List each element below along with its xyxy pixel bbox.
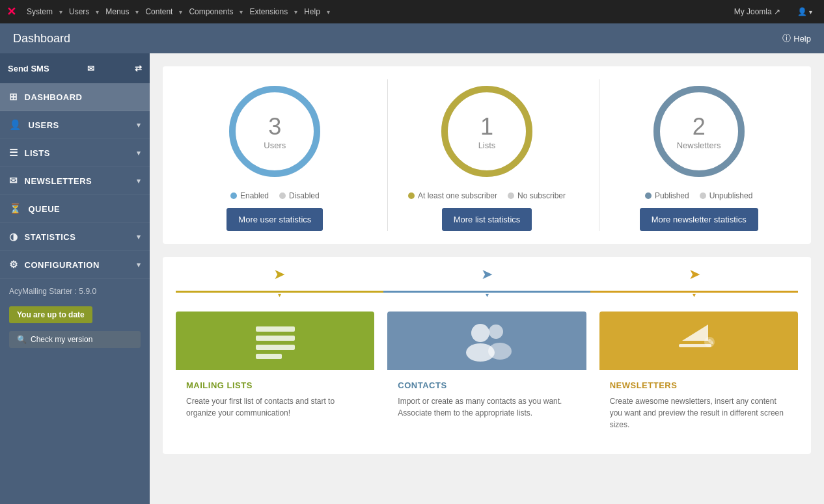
newsletters-stat-card: 2 Newsletters Published Unpublished More… — [599, 79, 798, 231]
users-circle-label: Users — [264, 140, 286, 150]
newsletters-feature-card: ✎ NEWSLETTERS Create awesome newsletters… — [599, 312, 798, 441]
statistics-icon: ◑ — [9, 231, 18, 243]
more-user-statistics-button[interactable]: More user statistics — [227, 208, 323, 231]
newsletters-unpublished-legend: Unpublished — [700, 191, 753, 200]
published-label: Published — [655, 191, 689, 200]
tab-chevron-1: ▾ — [278, 291, 281, 298]
nav-menus-chevron: ▾ — [135, 8, 139, 16]
help-button[interactable]: ⓘ Help — [782, 33, 811, 44]
sidebar-item-label-statistics: STATISTICS — [25, 232, 76, 242]
lists-icon: ☰ — [9, 147, 18, 159]
check-version-button[interactable]: 🔍 Check my version — [9, 331, 141, 348]
lists-no-sub-legend: No subscriber — [508, 191, 566, 200]
tab-newsletters[interactable]: ➤ ▾ — [590, 257, 798, 298]
main-content: 3 Users Enabled Disabled More user stati… — [150, 53, 824, 504]
nav-content-chevron: ▾ — [179, 8, 182, 16]
newsletters-circle: 2 Newsletters — [647, 79, 751, 183]
sidebar-item-users[interactable]: 👤 USERS ▾ — [0, 111, 150, 139]
contacts-card-text: Import or create as many contacts as you… — [398, 395, 575, 419]
mailing-lists-card-body: MAILING LISTS Create your first list of … — [176, 370, 374, 429]
page-title: Dashboard — [13, 32, 70, 46]
mailing-lists-card-image — [176, 312, 374, 370]
tab-arrow-icon-1: ➤ — [273, 266, 285, 283]
tab-chevron-2: ▾ — [486, 291, 489, 298]
nav-components-chevron: ▾ — [240, 8, 243, 16]
newsletters-card-image: ✎ — [599, 312, 798, 370]
sidebar-item-configuration[interactable]: ⚙ CONFIGURATION ▾ — [0, 251, 150, 279]
user-menu[interactable]: 👤 ▾ — [792, 0, 817, 23]
sidebar-item-queue[interactable]: ⏳ QUEUE — [0, 195, 150, 223]
features-section: ➤ ▾ ➤ ▾ ➤ ▾ — [163, 257, 811, 454]
sidebar-item-statistics[interactable]: ◑ STATISTICS ▾ — [0, 223, 150, 251]
svg-marker-15 — [682, 325, 708, 341]
newsletters-card-body: NEWSLETTERS Create awesome newsletters, … — [599, 370, 798, 441]
tab-contacts[interactable]: ➤ ▾ — [383, 257, 591, 298]
svg-point-12 — [489, 325, 503, 339]
newsletters-count: 2 Newsletters — [677, 113, 721, 150]
newsletters-chevron-icon: ▾ — [137, 177, 141, 185]
check-version-label: Check my version — [31, 335, 92, 344]
newsletters-card-title: NEWSLETTERS — [610, 380, 788, 390]
newsletters-icon: ✉ — [9, 175, 18, 187]
mailing-lists-card: MAILING LISTS Create your first list of … — [176, 312, 374, 441]
with-sub-dot — [408, 192, 415, 199]
more-list-statistics-button[interactable]: More list statistics — [442, 208, 532, 231]
sidebar-item-dashboard[interactable]: ⊞ DASHBOARD — [0, 83, 150, 111]
nav-system-chevron: ▾ — [59, 8, 62, 16]
send-sms-icon: ✉ — [87, 64, 94, 73]
svg-point-10 — [471, 324, 489, 342]
more-newsletter-statistics-button[interactable]: More newsletter statistics — [640, 208, 758, 231]
nav-components[interactable]: Components — [184, 0, 238, 23]
contacts-card-title: CONTACTS — [398, 380, 575, 390]
newsletters-legend: Published Unpublished — [645, 191, 752, 200]
sidebar-item-label-configuration: CONFIGURATION — [25, 260, 100, 270]
tab-arrow-icon-2: ➤ — [481, 266, 493, 283]
version-label: AcyMailing Starter : 5.9.0 — [0, 279, 150, 304]
svg-text:✎: ✎ — [707, 338, 714, 347]
lists-legend: At least one subscriber No subscriber — [408, 191, 566, 200]
statistics-chevron-icon: ▾ — [137, 233, 141, 241]
configuration-icon: ⚙ — [9, 259, 18, 271]
tab-mailing-lists[interactable]: ➤ ▾ — [176, 257, 383, 298]
nav-system[interactable]: System — [21, 0, 58, 23]
lists-with-sub-legend: At least one subscriber — [408, 191, 497, 200]
user-icon: 👤 — [797, 7, 807, 16]
svg-rect-7 — [256, 336, 295, 341]
queue-icon: ⏳ — [9, 203, 22, 215]
disabled-dot — [279, 192, 286, 199]
newsletters-card-icon: ✎ — [676, 321, 721, 360]
up-to-date-badge: You are up to date — [9, 306, 92, 323]
users-circle: 3 Users — [223, 79, 327, 183]
main-layout: Send SMS ✉ ⇄ ⊞ DASHBOARD 👤 USERS ▾ ☰ LIS… — [0, 53, 824, 504]
check-version-icon: 🔍 — [17, 335, 27, 344]
user-chevron: ▾ — [809, 8, 812, 16]
nav-help[interactable]: Help — [299, 0, 325, 23]
nav-users-chevron: ▾ — [96, 8, 99, 16]
nav-menus[interactable]: Menus — [100, 0, 134, 23]
sidebar-item-lists[interactable]: ☰ LISTS ▾ — [0, 139, 150, 167]
dashboard-icon: ⊞ — [9, 91, 18, 103]
send-sms-button[interactable]: Send SMS ✉ ⇄ — [0, 53, 150, 83]
users-enabled-legend: Enabled — [230, 191, 269, 200]
disabled-label: Disabled — [289, 191, 320, 200]
enabled-label: Enabled — [240, 191, 269, 200]
contacts-card-icon — [461, 320, 513, 362]
nav-users[interactable]: Users — [64, 0, 94, 23]
nav-content[interactable]: Content — [140, 0, 178, 23]
sidebar-item-label-lists: LISTS — [25, 148, 50, 158]
newsletters-card-text: Create awesome newsletters, insert any c… — [610, 395, 788, 431]
sidebar-item-newsletters[interactable]: ✉ NEWSLETTERS ▾ — [0, 167, 150, 195]
nav-extensions[interactable]: Extensions — [244, 0, 293, 23]
users-icon: 👤 — [9, 119, 22, 131]
feature-cards-row: MAILING LISTS Create your first list of … — [176, 312, 798, 441]
help-label: Help — [793, 34, 811, 44]
lists-chevron-icon: ▾ — [137, 149, 141, 157]
sidebar-item-label-newsletters: NEWSLETTERS — [25, 176, 92, 186]
joomla-logo: ✕ — [7, 5, 16, 19]
published-dot — [645, 192, 652, 199]
unpublished-label: Unpublished — [709, 191, 753, 200]
my-joomla-link[interactable]: My Joomla ↗ — [729, 0, 786, 23]
no-sub-dot — [508, 192, 514, 199]
lists-circle-label: Lists — [478, 140, 496, 150]
feature-tabs: ➤ ▾ ➤ ▾ ➤ ▾ — [176, 257, 798, 298]
